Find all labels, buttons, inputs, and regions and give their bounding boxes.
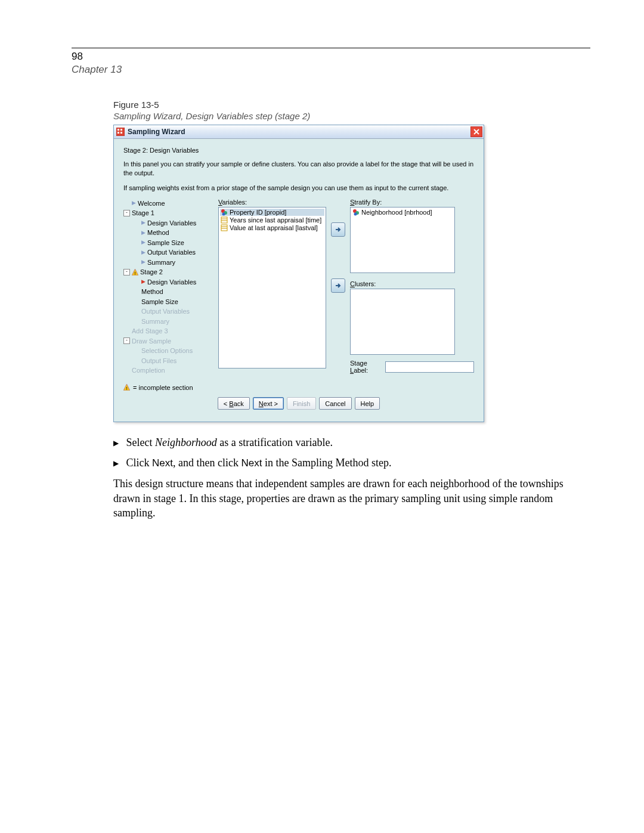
tree-s2-outvars: Output Variables bbox=[123, 306, 212, 317]
page-number: 98 bbox=[72, 51, 590, 63]
move-to-clusters-button[interactable] bbox=[331, 278, 345, 293]
tree-stage1[interactable]: -Stage 1 bbox=[123, 208, 212, 218]
tree-draw: -Draw Sample bbox=[123, 336, 212, 346]
app-icon bbox=[116, 128, 125, 136]
tree-s2-size[interactable]: Sample Size bbox=[123, 297, 212, 307]
body-text: Select Neighborhood as a stratification … bbox=[113, 435, 578, 520]
next-button[interactable]: Next > bbox=[253, 397, 284, 410]
collapse-icon[interactable]: - bbox=[123, 269, 130, 275]
svg-rect-2 bbox=[120, 129, 122, 131]
tree-s1-outvars[interactable]: ▶Output Variables bbox=[123, 247, 212, 258]
scale-icon bbox=[221, 224, 228, 231]
tree-s2-design[interactable]: ▶Design Variables bbox=[123, 277, 212, 287]
clusters-listbox[interactable] bbox=[350, 289, 455, 355]
button-row: < Back Next > Finish Cancel Help bbox=[123, 392, 474, 416]
help-button[interactable]: Help bbox=[355, 397, 380, 410]
tree-draw-sel: Selection Options bbox=[123, 346, 212, 356]
svg-rect-15 bbox=[221, 225, 227, 231]
stratify-listbox[interactable]: Neighborhood [nbrhood] bbox=[350, 207, 455, 273]
clusters-label: Clusters: bbox=[350, 280, 474, 287]
tree-s1-size[interactable]: ▶Sample Size bbox=[123, 238, 212, 248]
stage-label-label: Stage Label: bbox=[350, 360, 382, 374]
wizard-nav-tree: ▶Welcome -Stage 1 ▶Design Variables ▶Met… bbox=[123, 199, 212, 393]
figure-number: Figure 13-5 bbox=[113, 100, 590, 110]
tree-stage2[interactable]: - ! Stage 2 bbox=[123, 267, 212, 277]
instruction-step: Select Neighborhood as a stratification … bbox=[113, 435, 578, 450]
chapter-label: Chapter 13 bbox=[72, 64, 590, 76]
collapse-icon: - bbox=[123, 337, 130, 344]
warning-icon: ! bbox=[132, 269, 138, 275]
titlebar: Sampling Wizard bbox=[114, 125, 484, 139]
variables-listbox[interactable]: Property ID [propid] Years since last ap… bbox=[218, 207, 326, 368]
stage-label-input[interactable] bbox=[385, 361, 474, 373]
svg-text:!: ! bbox=[134, 271, 135, 275]
tree-s2-method[interactable]: Method bbox=[123, 287, 212, 297]
tree-completion: Completion bbox=[123, 366, 212, 376]
close-button[interactable] bbox=[470, 126, 482, 137]
cancel-button[interactable]: Cancel bbox=[319, 397, 351, 410]
figure-caption: Sampling Wizard, Design Variables step (… bbox=[113, 111, 590, 121]
stratify-label: Stratify By: bbox=[350, 199, 474, 206]
list-item[interactable]: Property ID [propid] bbox=[220, 209, 324, 216]
nominal-icon bbox=[352, 209, 360, 216]
tree-s1-method[interactable]: ▶Method bbox=[123, 228, 212, 238]
svg-rect-3 bbox=[117, 132, 119, 134]
description-2: If sampling weights exist from a prior s… bbox=[123, 184, 474, 193]
tree-s1-design[interactable]: ▶Design Variables bbox=[123, 218, 212, 228]
collapse-icon[interactable]: - bbox=[123, 210, 130, 216]
list-item[interactable]: Years since last appraisal [time] bbox=[220, 216, 324, 224]
warning-icon: ! bbox=[123, 384, 130, 391]
legend: ! = incomplete section bbox=[123, 383, 212, 393]
sampling-wizard-dialog: Sampling Wizard Stage 2: Design Variable… bbox=[113, 125, 484, 422]
finish-button: Finish bbox=[287, 397, 316, 410]
svg-point-20 bbox=[354, 212, 357, 215]
tree-welcome[interactable]: ▶Welcome bbox=[123, 199, 212, 209]
paragraph: This design structure means that indepen… bbox=[113, 476, 578, 520]
svg-rect-12 bbox=[221, 217, 227, 223]
move-to-stratify-button[interactable] bbox=[331, 222, 345, 237]
stage-heading: Stage 2: Design Variables bbox=[123, 147, 474, 154]
scale-icon bbox=[221, 216, 228, 224]
svg-rect-1 bbox=[117, 129, 119, 131]
nominal-icon bbox=[221, 209, 228, 216]
list-item[interactable]: Value at last appraisal [lastval] bbox=[220, 224, 324, 231]
description-1: In this panel you can stratify your samp… bbox=[123, 160, 474, 178]
tree-add-stage: Add Stage 3 bbox=[123, 326, 212, 336]
tree-draw-out: Output Files bbox=[123, 356, 212, 366]
svg-rect-4 bbox=[120, 132, 122, 134]
tree-s2-summary: Summary bbox=[123, 317, 212, 327]
back-button[interactable]: < Back bbox=[218, 397, 250, 410]
svg-text:!: ! bbox=[126, 386, 127, 391]
svg-point-11 bbox=[222, 212, 225, 215]
tree-s1-summary[interactable]: ▶Summary bbox=[123, 258, 212, 268]
list-item[interactable]: Neighborhood [nbrhood] bbox=[352, 209, 453, 216]
instruction-step: Click Next, and then click Next in the S… bbox=[113, 456, 578, 470]
dialog-title: Sampling Wizard bbox=[128, 128, 185, 136]
variables-label: Variables: bbox=[218, 199, 326, 206]
